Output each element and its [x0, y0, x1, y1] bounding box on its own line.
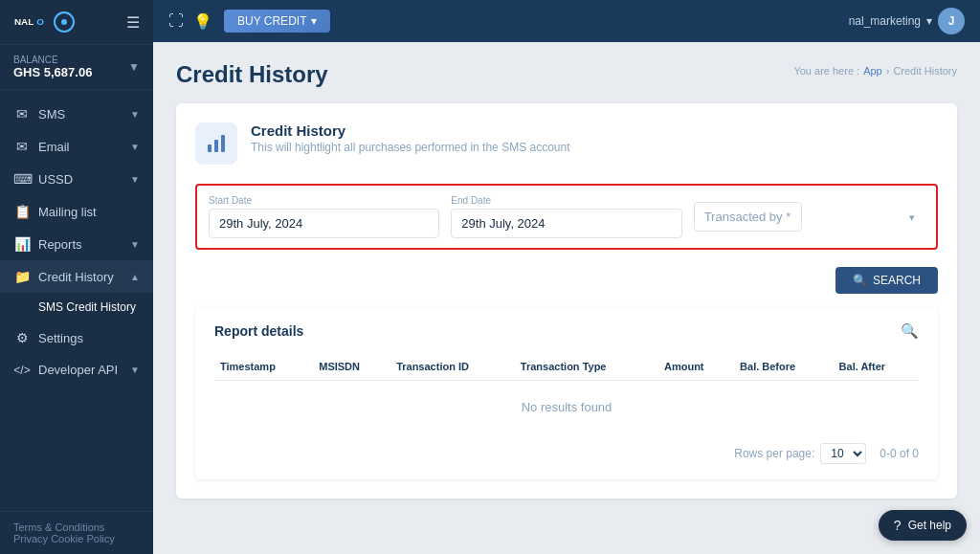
report-section: Report details 🔍 Timestamp MSISDN Transa… — [195, 307, 938, 479]
svg-rect-5 — [221, 135, 225, 152]
sidebar-item-reports-label: Reports — [38, 237, 82, 252]
rows-per-page: Rows per page: 10 25 50 — [734, 443, 866, 464]
card-header: Credit History This will hightlight all … — [195, 122, 938, 165]
sidebar-logo: NAL O ☰ — [0, 0, 153, 45]
col-msisdn: MSISDN — [313, 353, 390, 381]
page-header: Credit History You are here : App › Cred… — [176, 61, 957, 88]
pagination-info: 0-0 of 0 — [880, 447, 919, 460]
sidebar-item-email-label: Email — [38, 140, 70, 154]
svg-text:O: O — [36, 16, 44, 27]
sidebar-item-sms-credit-history[interactable]: SMS Credit History — [0, 293, 153, 321]
ussd-icon: ⌨ — [13, 171, 31, 187]
no-results-message: No results found — [214, 381, 919, 434]
rows-per-page-select[interactable]: 10 25 50 — [820, 443, 866, 464]
sms-chevron-icon: ▼ — [130, 109, 140, 120]
col-transaction-id: Transaction ID — [390, 353, 515, 381]
topbar-right: nal_marketing ▾ J — [849, 8, 965, 34]
card-title: Credit History — [251, 122, 570, 139]
search-row: 🔍 SEARCH — [195, 267, 938, 294]
buy-credit-dropdown-icon: ▾ — [311, 14, 317, 28]
sidebar-item-credit-history[interactable]: 📁 Credit History ▲ — [0, 260, 153, 293]
help-icon: ? — [894, 518, 902, 533]
sidebar-sub-item-label: SMS Credit History — [38, 300, 136, 314]
select-arrow-icon: ▾ — [909, 211, 915, 223]
topbar: ⛶ 💡 BUY CREDIT ▾ nal_marketing ▾ J — [153, 0, 980, 42]
sidebar-item-ussd-label: USSD — [38, 172, 73, 187]
col-bal-after: Bal. After — [834, 353, 919, 381]
start-date-field: Start Date — [209, 195, 439, 238]
report-search-icon[interactable]: 🔍 — [901, 322, 919, 340]
search-icon: 🔍 — [853, 274, 867, 287]
sms-icon: ✉ — [13, 106, 31, 122]
table-footer: Rows per page: 10 25 50 0-0 of 0 — [214, 443, 919, 464]
page-title: Credit History — [176, 61, 328, 88]
end-date-input[interactable] — [451, 209, 681, 238]
filter-row: Start Date End Date Transacted by * Admi… — [195, 184, 938, 250]
end-date-label: End Date — [451, 195, 681, 206]
transacted-by-wrapper: Transacted by * Admin User ▾ — [694, 202, 924, 232]
report-header: Report details 🔍 — [214, 322, 919, 340]
sidebar-item-settings[interactable]: ⚙ Settings — [0, 321, 153, 354]
svg-point-2 — [61, 19, 67, 25]
sidebar-nav: ✉ SMS ▼ ✉ Email ▼ ⌨ USSD ▼ 📋 Mailing lis… — [0, 90, 153, 511]
balance-section: Balance GHS 5,687.06 ▼ — [0, 45, 153, 90]
sidebar-item-reports[interactable]: 📊 Reports ▼ — [0, 228, 153, 260]
avatar: J — [938, 8, 965, 34]
credit-history-chevron-icon: ▲ — [130, 272, 140, 282]
rows-per-page-label: Rows per page: — [734, 447, 814, 460]
terms-link[interactable]: Terms & Conditions — [13, 521, 104, 533]
email-icon: ✉ — [13, 139, 31, 154]
sidebar-item-dev-api-label: Developer API — [38, 363, 118, 377]
end-date-field: End Date — [451, 195, 681, 238]
start-date-label: Start Date — [209, 195, 439, 206]
sidebar-item-mailing-label: Mailing list — [38, 205, 97, 219]
dev-api-chevron-icon: ▼ — [130, 365, 140, 375]
credit-history-card: Credit History This will hightlight all … — [176, 103, 957, 499]
dev-api-icon: </> — [13, 364, 31, 377]
sidebar-item-sms[interactable]: ✉ SMS ▼ — [0, 98, 153, 130]
search-button[interactable]: 🔍 SEARCH — [835, 267, 938, 294]
balance-chevron-icon[interactable]: ▼ — [128, 60, 140, 74]
sidebar-item-settings-label: Settings — [38, 331, 83, 345]
sidebar-item-sms-label: SMS — [38, 107, 65, 122]
report-table: Timestamp MSISDN Transaction ID Transact… — [214, 353, 919, 433]
mailing-icon: 📋 — [13, 204, 31, 219]
svg-text:NAL: NAL — [14, 16, 33, 27]
page-content: Credit History You are here : App › Cred… — [153, 42, 980, 554]
hamburger-icon[interactable]: ☰ — [126, 13, 140, 32]
reports-icon: 📊 — [13, 236, 31, 252]
breadcrumb-app[interactable]: App — [863, 65, 882, 77]
col-amount: Amount — [658, 353, 734, 381]
sidebar: NAL O ☰ Balance GHS 5,687.06 ▼ ✉ SMS ▼ ✉ — [0, 0, 153, 554]
privacy-link[interactable]: Privacy — [13, 533, 48, 544]
expand-icon[interactable]: ⛶ — [168, 12, 184, 30]
transacted-by-select[interactable]: Transacted by * Admin User — [694, 202, 802, 232]
topbar-icons: ⛶ 💡 — [168, 12, 212, 31]
balance-amount: GHS 5,687.06 — [13, 65, 92, 79]
report-title: Report details — [214, 323, 303, 339]
card-icon — [195, 122, 237, 165]
sidebar-item-credit-history-label: Credit History — [38, 270, 114, 284]
reports-chevron-icon: ▼ — [130, 239, 140, 250]
table-header-row: Timestamp MSISDN Transaction ID Transact… — [214, 353, 919, 381]
settings-icon: ⚙ — [13, 330, 31, 345]
col-bal-before: Bal. Before — [734, 353, 834, 381]
cookie-link[interactable]: Cookie Policy — [51, 533, 115, 544]
card-description: This will hightlight all purchases perfo… — [251, 141, 570, 154]
balance-label: Balance — [13, 55, 92, 65]
sidebar-item-mailing[interactable]: 📋 Mailing list — [0, 195, 153, 228]
ussd-chevron-icon: ▼ — [130, 174, 140, 185]
start-date-input[interactable] — [209, 209, 439, 238]
lightbulb-icon[interactable]: 💡 — [193, 12, 212, 31]
buy-credit-button[interactable]: BUY CREDIT ▾ — [224, 10, 330, 33]
svg-rect-4 — [214, 140, 218, 152]
sidebar-item-ussd[interactable]: ⌨ USSD ▼ — [0, 163, 153, 195]
user-menu[interactable]: nal_marketing ▾ J — [849, 8, 965, 34]
sidebar-item-email[interactable]: ✉ Email ▼ — [0, 130, 153, 163]
sidebar-item-dev-api[interactable]: </> Developer API ▼ — [0, 354, 153, 386]
email-chevron-icon: ▼ — [130, 142, 140, 152]
get-help-button[interactable]: ? Get help — [879, 510, 967, 541]
logo: NAL O — [13, 11, 75, 33]
breadcrumb-current: Credit History — [893, 65, 957, 77]
sidebar-footer: Terms & Conditions Privacy Cookie Policy — [0, 511, 153, 554]
